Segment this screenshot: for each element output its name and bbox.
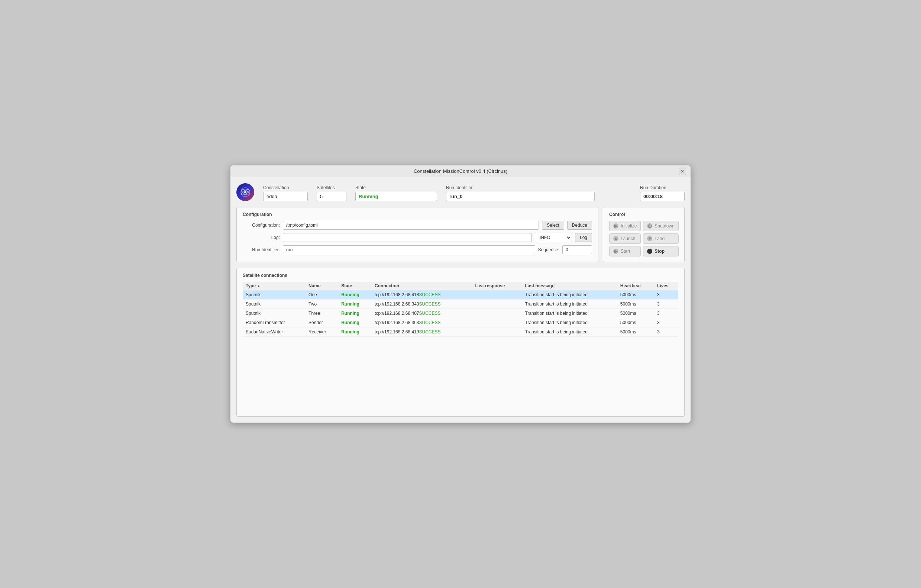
cell-name: One (306, 290, 338, 300)
launch-button[interactable]: ▲ Launch (609, 233, 641, 244)
table-row[interactable]: RandomTransmitter Sender Running tcp://1… (243, 318, 678, 327)
cell-type: Sputnik (243, 300, 306, 309)
cell-connection: tcp://192.168.2.68:407SUCCESS (372, 309, 472, 318)
table-row[interactable]: Sputnik Three Running tcp://192.168.2.68… (243, 309, 678, 318)
launch-label: Launch (621, 236, 635, 241)
satellites-input[interactable] (317, 192, 347, 201)
duration-label: Run Duration (640, 185, 685, 190)
table-header: Type Name State Connection Last response… (243, 282, 678, 290)
log-label: Log: (243, 235, 280, 240)
titlebar: Constellation MissionControl v0.4 (Circi… (230, 165, 691, 177)
initialize-label: Initialize (621, 223, 637, 229)
cell-type: Sputnik (243, 290, 306, 300)
col-state[interactable]: State (338, 282, 372, 290)
start-button[interactable]: ▶ Start (609, 246, 641, 256)
start-label: Start (621, 249, 630, 254)
config-panel: Configuration Configuration: Select Dedu… (236, 207, 599, 262)
constellation-label: Constellation (263, 185, 308, 190)
col-lives[interactable]: Lives (654, 282, 678, 290)
shutdown-label: Shutdown (654, 223, 674, 229)
info-bar: Constellation Satellites State Run Ident… (236, 183, 685, 201)
cell-heartbeat: 5000ms (617, 318, 654, 327)
cell-lives: 3 (654, 327, 678, 337)
cell-state: Running (338, 318, 372, 327)
main-content: Constellation Satellites State Run Ident… (230, 177, 691, 423)
cell-last-response (472, 318, 522, 327)
initialize-button[interactable]: ▶ Initialize (609, 221, 641, 231)
land-button[interactable]: ▼ Land (643, 233, 678, 244)
select-button[interactable]: Select (542, 221, 564, 230)
cell-last-response (472, 327, 522, 337)
log-level-select[interactable]: DEBUG INFO WARNING ERROR (535, 233, 572, 242)
cell-state: Running (338, 300, 372, 309)
initialize-icon: ▶ (613, 223, 618, 229)
cell-state: Running (338, 309, 372, 318)
cell-name: Sender (306, 318, 338, 327)
close-button[interactable]: ✕ (679, 168, 686, 175)
window-title: Constellation MissionControl v0.4 (Circi… (414, 168, 507, 174)
app-logo (236, 183, 254, 201)
run-id-input[interactable] (446, 192, 595, 201)
shutdown-icon: ⏻ (647, 223, 652, 229)
run-identifier-input[interactable] (283, 245, 535, 254)
satellite-connections-panel: Satellite connections Type Name State Co… (236, 268, 685, 417)
shutdown-button[interactable]: ⏻ Shutdown (643, 221, 678, 231)
duration-input (640, 192, 685, 201)
land-label: Land (654, 236, 664, 241)
table-body: Sputnik One Running tcp://192.168.2.68:4… (243, 290, 678, 337)
cell-last-response (472, 290, 522, 300)
stop-button[interactable]: ⏹ Stop (643, 246, 678, 256)
run-identifier-row: Run Identifier: Sequence: (243, 245, 592, 254)
sequence-input[interactable] (562, 245, 592, 254)
cell-last-message: Transition start is being initiated (522, 327, 617, 337)
connections-title: Satellite connections (243, 273, 678, 278)
state-field: State (355, 185, 437, 201)
table-row[interactable]: EudaqNativeWriter Receiver Running tcp:/… (243, 327, 678, 337)
col-name[interactable]: Name (306, 282, 338, 290)
cell-name: Two (306, 300, 338, 309)
config-path-row: Configuration: Select Deduce (243, 221, 592, 230)
svg-point-3 (244, 191, 246, 193)
launch-icon: ▲ (613, 236, 618, 241)
config-path-input[interactable] (283, 221, 539, 230)
log-button[interactable]: Log (575, 233, 592, 242)
cell-state: Running (338, 290, 372, 300)
col-connection[interactable]: Connection (372, 282, 472, 290)
table-row[interactable]: Sputnik One Running tcp://192.168.2.68:4… (243, 290, 678, 300)
cell-last-response (472, 309, 522, 318)
col-last-response[interactable]: Last response (472, 282, 522, 290)
stop-label: Stop (654, 249, 664, 254)
cell-last-message: Transition start is being initiated (522, 290, 617, 300)
satellite-table: Type Name State Connection Last response… (243, 282, 678, 337)
cell-connection: tcp://192.168.2.68:419SUCCESS (372, 327, 472, 337)
duration-field: Run Duration (640, 185, 685, 201)
start-icon: ▶ (613, 249, 618, 254)
cell-last-message: Transition start is being initiated (522, 309, 617, 318)
run-id-field: Run Identifier (446, 185, 631, 201)
cell-heartbeat: 5000ms (617, 309, 654, 318)
constellation-input[interactable] (263, 192, 308, 201)
table-row[interactable]: Sputnik Two Running tcp://192.168.2.68:3… (243, 300, 678, 309)
satellites-label: Satellites (317, 185, 347, 190)
control-panel: Control ▶ Initialize ⏻ Shutdown ▲ Launch (603, 207, 685, 262)
cell-connection: tcp://192.168.2.68:418SUCCESS (372, 290, 472, 300)
cell-type: Sputnik (243, 309, 306, 318)
cell-connection: tcp://192.168.2.68:343SUCCESS (372, 300, 472, 309)
stop-icon: ⏹ (647, 249, 652, 254)
control-panel-title: Control (609, 212, 678, 217)
cell-last-message: Transition start is being initiated (522, 300, 617, 309)
deduce-button[interactable]: Deduce (567, 221, 592, 230)
cell-last-message: Transition start is being initiated (522, 318, 617, 327)
col-type[interactable]: Type (243, 282, 306, 290)
log-row: Log: DEBUG INFO WARNING ERROR Log (243, 233, 592, 242)
log-input[interactable] (283, 233, 532, 242)
col-last-message[interactable]: Last message (522, 282, 617, 290)
cell-type: RandomTransmitter (243, 318, 306, 327)
cell-heartbeat: 5000ms (617, 327, 654, 337)
run-id-label: Run Identifier (446, 185, 631, 190)
cell-state: Running (338, 327, 372, 337)
land-icon: ▼ (647, 236, 652, 241)
col-heartbeat[interactable]: Heartbeat (617, 282, 654, 290)
config-path-label: Configuration: (243, 223, 280, 228)
cell-heartbeat: 5000ms (617, 290, 654, 300)
